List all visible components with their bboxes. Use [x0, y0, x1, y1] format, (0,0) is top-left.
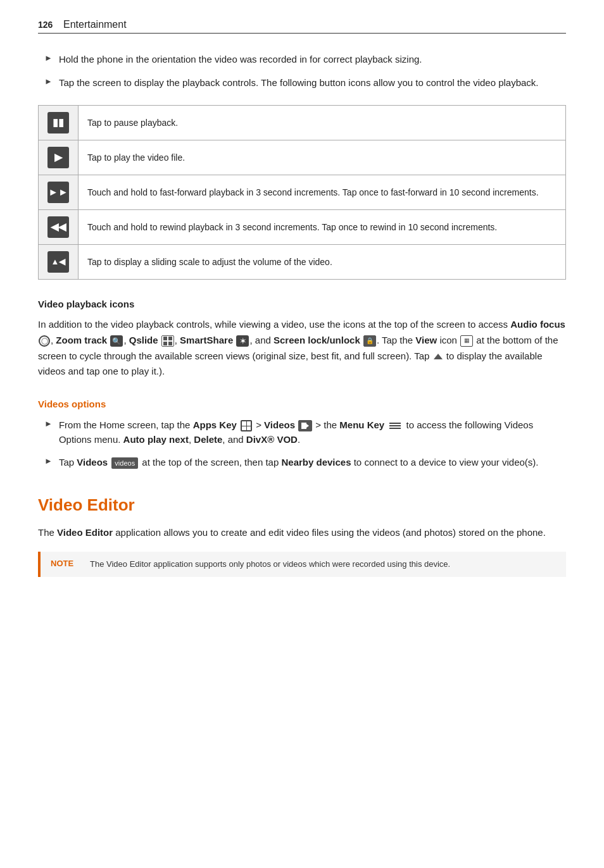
videos-options-heading: Videos options — [38, 399, 566, 409]
audio-focus-icon: ◯ — [39, 335, 50, 347]
bullet-arrow-2: ► — [44, 77, 53, 86]
bullet-text-2: Tap the screen to display the playback c… — [59, 76, 539, 90]
page-number: 126 — [38, 20, 63, 30]
apps-key-icon — [241, 420, 252, 431]
video-editor-section: Video Editor The Video Editor applicatio… — [38, 495, 566, 577]
play-icon-cell: ▶ — [39, 140, 79, 175]
svg-marker-4 — [301, 423, 306, 429]
qslide-icon — [161, 335, 174, 347]
videos-app-icon — [298, 420, 312, 431]
menu-key-icon — [389, 423, 401, 429]
rewind-description: Touch and hold to rewind playback in 3 s… — [79, 210, 566, 245]
play-description: Tap to play the video file. — [79, 140, 566, 175]
table-row-volume: ▲◀ Tap to display a sliding scale to adj… — [39, 245, 566, 280]
vpi-text-1: In addition to the video playback contro… — [38, 319, 565, 330]
vpi-text-3: , Qslide — [123, 335, 160, 345]
caret-up-icon — [434, 354, 443, 359]
rewind-icon-cell: ◀◀ — [39, 210, 79, 245]
bullet-arrow-vo1: ► — [44, 419, 53, 428]
rewind-icon: ◀◀ — [47, 216, 69, 238]
table-row-rewind: ◀◀ Touch and hold to rewind playback in … — [39, 210, 566, 245]
videos-options-bullets: ► From the Home screen, tap the Apps Key… — [38, 418, 566, 470]
video-playback-icons-body: In addition to the video playback contro… — [38, 317, 566, 380]
volume-description: Tap to display a sliding scale to adjust… — [79, 245, 566, 280]
bullet-text-vo1: From the Home screen, tap the Apps Key >… — [59, 418, 566, 447]
intro-bullets: ► Hold the phone in the orientation the … — [38, 53, 566, 90]
table-row-fastforward: ►► Touch and hold to fast-forward playba… — [39, 175, 566, 210]
bullet-arrow-vo2: ► — [44, 456, 53, 466]
video-editor-title: Video Editor — [38, 495, 566, 515]
note-box: NOTE The Video Editor application suppor… — [38, 552, 566, 577]
bullet-item-2: ► Tap the screen to display the playback… — [38, 76, 566, 90]
volume-icon-cell: ▲◀ — [39, 245, 79, 280]
videos-badge: videos — [111, 457, 138, 469]
pause-description: Tap to pause playback. — [79, 106, 566, 140]
note-text: The Video Editor application supports on… — [90, 558, 450, 571]
zoom-track-icon: 🔍 — [110, 335, 123, 347]
view-icon: ▦ — [460, 335, 473, 347]
svg-rect-3 — [168, 342, 172, 345]
bullet-text-vo2: Tap Videos videos at the top of the scre… — [59, 456, 539, 470]
page-header: 126 Entertainment — [38, 19, 566, 34]
smartshare-icon: ✶ — [236, 335, 249, 347]
svg-marker-5 — [306, 424, 309, 428]
pause-icon-cell: ▮▮ — [39, 106, 79, 140]
screen-lock-icon: 🔒 — [363, 335, 376, 347]
vpi-text-2: , Zoom track — [51, 335, 110, 345]
svg-rect-0 — [163, 337, 167, 340]
video-playback-icons-section: Video playback icons In addition to the … — [38, 299, 566, 380]
bullet-text-1: Hold the phone in the orientation the vi… — [59, 53, 422, 67]
pause-icon: ▮▮ — [47, 112, 69, 133]
fastforward-description: Touch and hold to fast-forward playback … — [79, 175, 566, 210]
vpi-text-5: , and Screen lock/unlock — [249, 335, 362, 345]
fastforward-icon: ►► — [47, 182, 69, 203]
video-editor-body: The Video Editor application allows you … — [38, 525, 566, 541]
video-playback-icons-heading: Video playback icons — [38, 299, 566, 309]
controls-table: ▮▮ Tap to pause playback. ▶ Tap to play … — [38, 105, 566, 280]
vpi-text-4: , SmartShare — [175, 335, 236, 345]
videos-options-section: Videos options ► From the Home screen, t… — [38, 399, 566, 470]
note-label: NOTE — [51, 559, 85, 568]
bullet-item-1: ► Hold the phone in the orientation the … — [38, 53, 566, 67]
svg-rect-2 — [163, 342, 167, 345]
svg-rect-1 — [168, 337, 172, 340]
vpi-text-6: . Tap the View icon — [377, 335, 460, 345]
table-row-pause: ▮▮ Tap to pause playback. — [39, 106, 566, 140]
table-row-play: ▶ Tap to play the video file. — [39, 140, 566, 175]
ve-body-bold: Video Editor — [57, 527, 113, 538]
bullet-arrow-1: ► — [44, 53, 53, 63]
videos-option-1: ► From the Home screen, tap the Apps Key… — [38, 418, 566, 447]
videos-option-2: ► Tap Videos videos at the top of the sc… — [38, 456, 566, 470]
fastforward-icon-cell: ►► — [39, 175, 79, 210]
play-icon: ▶ — [47, 147, 69, 168]
ve-body-end: application allows you to create and edi… — [113, 527, 546, 538]
ve-body-start: The — [38, 527, 57, 538]
volume-icon: ▲◀ — [47, 251, 69, 273]
section-title: Entertainment — [63, 19, 127, 30]
